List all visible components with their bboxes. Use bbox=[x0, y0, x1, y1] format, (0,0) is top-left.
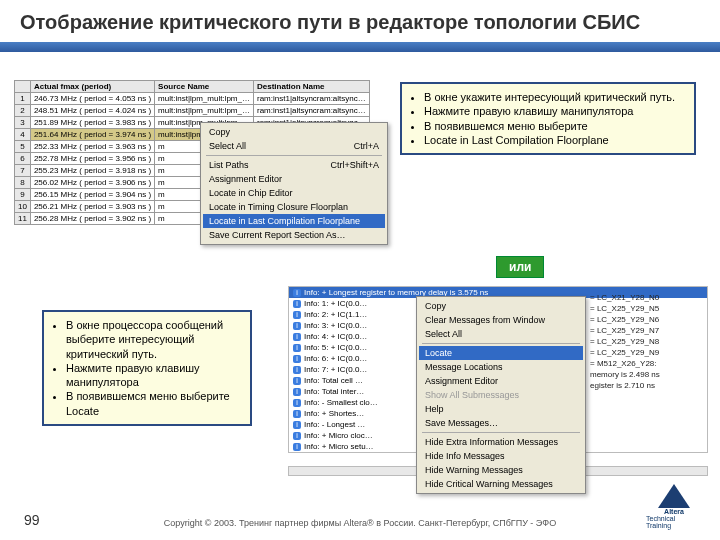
menu-item[interactable]: Hide Extra Information Messages bbox=[419, 435, 583, 449]
callout-line: Нажмите правую клавишу манипулятора bbox=[66, 361, 240, 390]
cell: 256.21 MHz ( period = 3.903 ns ) bbox=[30, 201, 154, 213]
cell: 251.89 MHz ( period = 3.983 ns ) bbox=[30, 117, 154, 129]
cell: ram:inst1|altsyncram:altsync… bbox=[253, 93, 369, 105]
menu-item[interactable]: Show All Submessages bbox=[419, 388, 583, 402]
cell: 255.23 MHz ( period = 3.918 ns ) bbox=[30, 165, 154, 177]
cell: 7 bbox=[15, 165, 31, 177]
cell: ram:inst1|altsyncram:altsync… bbox=[253, 105, 369, 117]
cell: 256.02 MHz ( period = 3.906 ns ) bbox=[30, 177, 154, 189]
menu-item[interactable]: Hide Critical Warning Messages bbox=[419, 477, 583, 491]
callout-line: В появившемся меню выберите Locate bbox=[66, 389, 240, 418]
cell: 251.64 MHz ( period = 3.974 ns ) bbox=[30, 129, 154, 141]
msg-right-line: = LC_X25_Y29_N8 bbox=[590, 336, 660, 347]
cell: 4 bbox=[15, 129, 31, 141]
message-pane-right: = LC_X21_Y28_N0= LC_X25_Y29_N5= LC_X25_Y… bbox=[590, 292, 660, 391]
menu-item[interactable]: Message Locations bbox=[419, 360, 583, 374]
table-row[interactable]: 1246.73 MHz ( period = 4.053 ns )mult:in… bbox=[15, 93, 370, 105]
menu-item[interactable]: Copy bbox=[203, 125, 385, 139]
cell: 10 bbox=[15, 201, 31, 213]
info-icon: i bbox=[293, 388, 301, 396]
cell: 6 bbox=[15, 153, 31, 165]
col-header: Actual fmax (period) bbox=[30, 81, 154, 93]
menu-item[interactable]: Help bbox=[419, 402, 583, 416]
info-icon: i bbox=[293, 432, 301, 440]
callout-line: В окне процессора сообщений выберите инт… bbox=[66, 318, 240, 361]
cell: 248.51 MHz ( period = 4.024 ns ) bbox=[30, 105, 154, 117]
col-header: Destination Name bbox=[253, 81, 369, 93]
menu-item[interactable]: Save Messages… bbox=[419, 416, 583, 430]
info-icon: i bbox=[293, 399, 301, 407]
info-icon: i bbox=[293, 410, 301, 418]
callout-line: В появившемся меню выберите bbox=[424, 119, 684, 133]
logo-triangle-icon bbox=[658, 484, 690, 508]
cell: 5 bbox=[15, 141, 31, 153]
cell: 252.78 MHz ( period = 3.956 ns ) bbox=[30, 153, 154, 165]
cell: 2 bbox=[15, 105, 31, 117]
info-icon: i bbox=[293, 300, 301, 308]
menu-item[interactable]: Locate in Chip Editor bbox=[203, 186, 385, 200]
info-icon: i bbox=[293, 366, 301, 374]
msg-right-line: = LC_X25_Y29_N7 bbox=[590, 325, 660, 336]
context-menu-1: CopySelect AllCtrl+AList PathsCtrl+Shift… bbox=[200, 122, 388, 245]
cell: 256.28 MHz ( period = 3.902 ns ) bbox=[30, 213, 154, 225]
menu-item[interactable]: Assignment Editor bbox=[203, 172, 385, 186]
cell: 1 bbox=[15, 93, 31, 105]
callout-line: Locate in Last Compilation Floorplane bbox=[424, 133, 684, 147]
info-icon: i bbox=[293, 333, 301, 341]
menu-item[interactable]: Locate in Last Compilation Floorplane bbox=[203, 214, 385, 228]
msg-right-line: = LC_X25_Y29_N6 bbox=[590, 314, 660, 325]
msg-right-line: = M512_X26_Y28: bbox=[590, 358, 660, 369]
callout-line: Нажмите правую клавишу манипулятора bbox=[424, 104, 684, 118]
msg-right-line: = LC_X25_Y29_N5 bbox=[590, 303, 660, 314]
menu-item[interactable]: Locate bbox=[419, 346, 583, 360]
menu-item[interactable]: Select All bbox=[419, 327, 583, 341]
title-underline bbox=[0, 42, 720, 52]
info-icon: i bbox=[293, 421, 301, 429]
cell: 11 bbox=[15, 213, 31, 225]
cell: 9 bbox=[15, 189, 31, 201]
menu-item[interactable]: Locate in Timing Closure Floorplan bbox=[203, 200, 385, 214]
altera-logo: Altera Technical Training bbox=[646, 484, 702, 528]
msg-right-line: memory is 2.498 ns bbox=[590, 369, 660, 380]
menu-item[interactable]: Copy bbox=[419, 299, 583, 313]
info-icon: i bbox=[293, 377, 301, 385]
menu-item[interactable]: Select AllCtrl+A bbox=[203, 139, 385, 153]
cell: 8 bbox=[15, 177, 31, 189]
callout-left: В окне процессора сообщений выберите инт… bbox=[42, 310, 252, 426]
info-icon: i bbox=[293, 311, 301, 319]
cell: mult:inst|lpm_mult:lpm_… bbox=[155, 93, 254, 105]
cell: 3 bbox=[15, 117, 31, 129]
menu-item[interactable]: Hide Warning Messages bbox=[419, 463, 583, 477]
info-icon: i bbox=[293, 355, 301, 363]
menu-item[interactable]: Hide Info Messages bbox=[419, 449, 583, 463]
cell: 252.33 MHz ( period = 3.963 ns ) bbox=[30, 141, 154, 153]
info-icon: i bbox=[293, 344, 301, 352]
col-header: Source Name bbox=[155, 81, 254, 93]
or-badge: или bbox=[496, 256, 544, 278]
menu-item[interactable]: Save Current Report Section As… bbox=[203, 228, 385, 242]
menu-item[interactable]: Assignment Editor bbox=[419, 374, 583, 388]
info-icon: i bbox=[293, 289, 301, 297]
slide-title: Отображение критического пути в редактор… bbox=[0, 0, 720, 38]
col-header bbox=[15, 81, 31, 93]
msg-right-line: egister is 2.710 ns bbox=[590, 380, 660, 391]
msg-right-line: = LC_X25_Y29_N9 bbox=[590, 347, 660, 358]
callout-line: В окне укажите интересующий критический … bbox=[424, 90, 684, 104]
logo-text1: Altera bbox=[664, 508, 684, 515]
logo-text2: Technical Training bbox=[646, 515, 702, 529]
info-icon: i bbox=[293, 322, 301, 330]
context-menu-2: CopyClear Messages from WindowSelect All… bbox=[416, 296, 586, 494]
msg-right-line: = LC_X21_Y28_N0 bbox=[590, 292, 660, 303]
table-row[interactable]: 2248.51 MHz ( period = 4.024 ns )mult:in… bbox=[15, 105, 370, 117]
callout-top: В окне укажите интересующий критический … bbox=[400, 82, 696, 155]
cell: 246.73 MHz ( period = 4.053 ns ) bbox=[30, 93, 154, 105]
menu-item[interactable]: Clear Messages from Window bbox=[419, 313, 583, 327]
cell: mult:inst|lpm_mult:lpm_… bbox=[155, 105, 254, 117]
menu-item[interactable]: List PathsCtrl+Shift+A bbox=[203, 158, 385, 172]
info-icon: i bbox=[293, 443, 301, 451]
cell: 256.15 MHz ( period = 3.904 ns ) bbox=[30, 189, 154, 201]
copyright-footer: Copyright © 2003. Тренинг партнер фирмы … bbox=[0, 518, 720, 528]
